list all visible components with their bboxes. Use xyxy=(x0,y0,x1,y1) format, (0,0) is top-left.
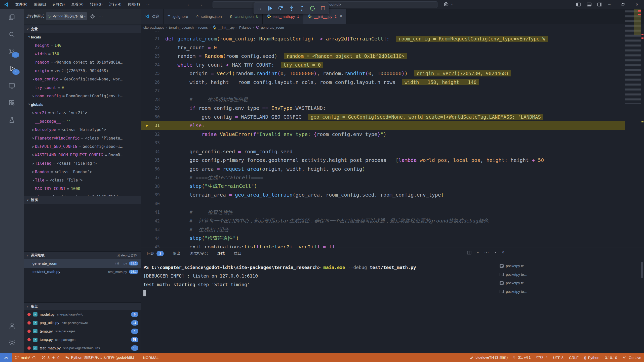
breakpoint-checkbox[interactable]: ✓ xyxy=(33,321,37,325)
code-line-29[interactable]: 29 if room_config.env_type == EnvType.WA… xyxy=(141,104,625,113)
callstack-frame[interactable]: generate_room__init__.py31:1 xyxy=(24,259,141,268)
breadcrumb[interactable]: site-packages›terrain_research›rooms›__i… xyxy=(141,24,644,31)
breakpoint-row[interactable]: ✓temp.pysite-packages58 xyxy=(24,336,141,344)
minimize-button[interactable]: – xyxy=(602,0,616,9)
code-line-44[interactable]: 44 step("检查连通性") xyxy=(141,234,625,243)
code-line-37[interactable]: 37 # ====生成TerrainCell==== xyxy=(141,173,625,182)
code-editor[interactable]: 20 21def generate_room(room_config: Room… xyxy=(141,31,625,248)
tab-欢迎[interactable]: 欢迎 xyxy=(141,9,164,24)
breadcrumb-item[interactable]: generate_room xyxy=(256,26,284,29)
debug-config-control[interactable]: ▷ Python 调试程序: 启 › xyxy=(46,12,87,20)
panel-tab-调试控制台[interactable]: 调试控制台 xyxy=(186,248,212,259)
variable-row[interactable]: MAX_TRY_COUNT=1000 xyxy=(24,185,141,193)
variable-row[interactable]: origin=vec2i(7205730, 9024468) xyxy=(24,67,141,75)
activitybar-extensions[interactable] xyxy=(0,94,24,111)
code-line-26[interactable]: 26 width, height = room_config.layout.n_… xyxy=(141,78,625,87)
code-line-39[interactable]: 39 terrain_area = geo_area_to_terrain(ge… xyxy=(141,191,625,199)
code-line-21[interactable]: 21def generate_room(room_config: RoomReq… xyxy=(141,34,625,43)
minimap[interactable] xyxy=(625,9,641,104)
activitybar-accounts[interactable] xyxy=(0,317,24,334)
breadcrumb-item[interactable]: terrain_research xyxy=(169,26,194,29)
code-line-41[interactable]: 41 # ====检查连通性==== xyxy=(141,208,625,217)
code-line-40[interactable]: 40 xyxy=(141,199,625,208)
statusbar-cursor-position[interactable]: 行 31, 列 1 xyxy=(510,353,533,362)
terminal-list-item[interactable]: pocketpy te… xyxy=(499,262,640,270)
code-line-34[interactable]: 34 geo_config.seed = room_config.seed xyxy=(141,147,625,156)
statusbar-gitlens-blame[interactable]: blueloveTH (3 周前) xyxy=(467,353,510,362)
menu-more-button[interactable]: ··· xyxy=(143,0,154,9)
statusbar-git-branch[interactable]: main* xyxy=(12,353,39,362)
variable-row[interactable]: >TileTag=<class 'TileTag'> xyxy=(24,159,141,168)
code-line-25[interactable]: 25 origin = vec2i(random.randint(0, 1000… xyxy=(141,69,625,78)
statusbar-indentation[interactable]: 空格: 4 xyxy=(534,353,550,362)
statusbar-go-live[interactable]: Go Live xyxy=(620,353,644,362)
variable-row[interactable]: width=150 xyxy=(24,50,141,58)
activitybar-explorer[interactable] xyxy=(0,9,24,26)
close-button[interactable]: × xyxy=(630,0,644,9)
section-header-callstack[interactable]: > 调用堆栈 因 step 已暂停 xyxy=(24,251,141,259)
panel-scrollbar[interactable] xyxy=(641,262,643,278)
variable-row[interactable]: random=<Random object at 0x1bf9d01e… xyxy=(24,58,141,67)
activitybar-run-and-debug[interactable]: 1 xyxy=(0,60,24,77)
menu-item-终端[interactable]: 终端(T) xyxy=(125,0,143,9)
close-icon[interactable]: × xyxy=(340,14,342,19)
statusbar-eol[interactable]: CRLF xyxy=(566,353,581,362)
forward-icon[interactable]: → xyxy=(198,2,203,7)
close-panel-icon[interactable]: × xyxy=(502,250,504,255)
code-line-43[interactable]: 43 # 生成出口组合 xyxy=(141,225,625,234)
terminal-list-item[interactable]: pocketpy te… xyxy=(499,270,640,279)
step-over-button[interactable] xyxy=(277,5,284,12)
menu-item-选择[interactable]: 选择(S) xyxy=(49,0,68,9)
stop-button[interactable] xyxy=(320,5,326,12)
panel-tab-终端[interactable]: 终端 xyxy=(214,248,228,259)
split-terminal-button[interactable] xyxy=(467,250,472,255)
variable-row[interactable]: >PlanetaryWindConfig=<class 'Planeta… xyxy=(24,134,141,143)
breakpoint-row[interactable]: ✓test_math.pysite-packages\terrain_res…1… xyxy=(24,344,141,352)
variable-row[interactable]: >WASTELAND_ROOM_REQUEST_CONFIG=RoomR… xyxy=(24,151,141,159)
statusbar-language-mode[interactable]: {}Python xyxy=(581,353,602,362)
breakpoint-row[interactable]: ✓temp.pysite-packages1 xyxy=(24,327,141,336)
gear-icon[interactable] xyxy=(90,14,95,19)
code-line-31[interactable]: ▶31 else: xyxy=(141,121,625,130)
step-out-button[interactable] xyxy=(299,5,305,12)
menu-item-转到[interactable]: 转到(G) xyxy=(87,0,106,9)
restart-button[interactable] xyxy=(309,5,316,12)
activitybar-search[interactable] xyxy=(0,26,24,43)
statusbar-vim-mode[interactable]: -- NORMAL -- xyxy=(137,353,165,362)
terminal-list-item[interactable]: pocketpy te… xyxy=(499,287,640,296)
activitybar-source-control[interactable]: 3 xyxy=(0,43,24,60)
copilot-button[interactable]: › xyxy=(444,2,454,7)
restore-button[interactable] xyxy=(616,0,630,9)
menu-item-运行[interactable]: 运行(R) xyxy=(106,0,125,9)
variable-row[interactable]: >NoiseType=<class 'NoiseType'> xyxy=(24,126,141,134)
breakpoint-checkbox[interactable]: ✓ xyxy=(33,346,37,350)
statusbar-remote-indicator[interactable]: >< xyxy=(0,353,12,362)
toggle-panel-button[interactable] xyxy=(586,2,592,7)
variable-row[interactable]: >vec2i=<class 'vec2i'> xyxy=(24,109,141,117)
code-line-45[interactable]: 45 exit_combinations:list[tuple[vec2i, v… xyxy=(141,243,625,248)
continue-button[interactable] xyxy=(267,5,273,12)
code-line-33[interactable]: 33 xyxy=(141,139,625,147)
breadcrumb-item[interactable]: site-packages xyxy=(143,26,164,29)
menu-item-编辑[interactable]: 编辑(E) xyxy=(31,0,49,9)
code-line-35[interactable]: 35 geo_config.primary_forces.geothermal_… xyxy=(141,156,625,165)
panel-tab-端口[interactable]: 端口 xyxy=(230,248,245,259)
tab-.gdignore[interactable]: ≡.gdignore xyxy=(164,9,192,24)
start-debug-icon[interactable]: ▷ xyxy=(46,14,53,19)
breakpoint-row[interactable]: ✓png_utils.pysite-packages\wfc11 xyxy=(24,319,141,327)
code-line-32[interactable]: 32 raise ValueError(f"Invalid env type: … xyxy=(141,130,625,139)
activitybar-testing[interactable] xyxy=(0,111,24,128)
variable-row[interactable]: height=140 xyxy=(24,41,141,50)
variable-row[interactable]: try_count=0 xyxy=(24,83,141,92)
variable-row[interactable]: >Random=<class 'Random'> xyxy=(24,168,141,176)
variable-row[interactable]: >Tile=<class 'Tile'> xyxy=(24,176,141,185)
code-line-24[interactable]: 24 while try_count < MAX_TRY_COUNT:try_c… xyxy=(141,61,625,69)
section-header-watch[interactable]: > 监视 xyxy=(24,196,141,204)
panel-tab-输出[interactable]: 输出 xyxy=(169,248,184,259)
toggle-secondary-sidebar-button[interactable] xyxy=(597,2,602,7)
variable-row[interactable]: >globals xyxy=(24,100,141,109)
section-header-breakpoints[interactable]: > 断点 xyxy=(24,302,141,310)
variable-row[interactable]: >room_config=RoomRequestConfig(env_t… xyxy=(24,92,141,101)
activitybar-remote-explorer[interactable] xyxy=(0,77,24,94)
chevron-down-icon[interactable]: › xyxy=(476,251,480,255)
